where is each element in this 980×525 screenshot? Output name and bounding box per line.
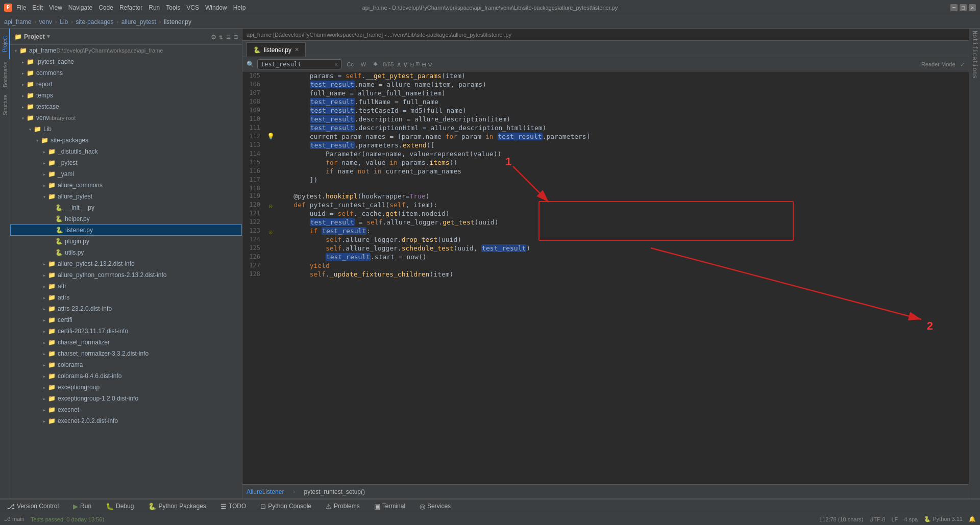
expand-arrow-charset_normalizer[interactable]: ▸ <box>41 340 48 345</box>
tree-item-_yaml[interactable]: ▸📁_yaml <box>10 168 242 180</box>
project-tool-btn[interactable]: Project <box>0 29 10 59</box>
python-packages-btn[interactable]: 🐍 Python Packages <box>145 499 209 513</box>
tree-item-charset_normalizer_dist[interactable]: ▸📁charset_normalizer-3.3.2.dist-info <box>10 348 242 359</box>
search-extra-btn[interactable]: ⊟ <box>422 60 426 68</box>
expand-arrow-execnet_dist[interactable]: ▸ <box>41 418 48 424</box>
tree-item-attrs_dist[interactable]: ▸📁attrs-23.2.0.dist-info <box>10 303 242 314</box>
line-code-119[interactable]: @pytest.hookimpl(hookwrapper=True) <box>276 192 969 201</box>
tab-close-icon[interactable]: ✕ <box>295 46 299 53</box>
tree-item-allure_commons[interactable]: ▸📁allure_commons <box>10 180 242 191</box>
menu-navigate[interactable]: Navigate <box>68 4 92 11</box>
tree-item-execnet[interactable]: ▸📁execnet <box>10 404 242 415</box>
terminal-btn[interactable]: ▣ Terminal <box>371 499 408 513</box>
tree-item-colorama_dist[interactable]: ▸📁colorama-0.4.6.dist-info <box>10 370 242 382</box>
encoding-status[interactable]: UTF-8 <box>869 516 885 522</box>
expand-arrow-commons[interactable]: ▸ <box>19 70 27 76</box>
line-code-121[interactable]: uuid = self._cache.get(item.nodeid) <box>276 209 969 218</box>
search-filter2-btn[interactable]: ▽ <box>428 60 432 68</box>
tree-item-report[interactable]: ▸📁report <box>10 79 242 90</box>
todo-btn[interactable]: ☰ TODO <box>217 499 249 513</box>
tree-item-exceptiongroup_dist[interactable]: ▸📁exceptiongroup-1.2.0.dist-info <box>10 393 242 404</box>
breadcrumb-item-3[interactable]: Lib <box>60 18 68 26</box>
version-control-btn[interactable]: ⎇ Version Control <box>4 499 62 513</box>
expand-arrow-report[interactable]: ▸ <box>19 82 27 87</box>
line-code-105[interactable]: params = self.__get_pytest_params(item) <box>276 71 969 80</box>
tree-item-allure_pytest_dist[interactable]: ▸📁allure_pytest-2.13.2.dist-info <box>10 258 242 269</box>
search-multi-line-btn[interactable]: ⊡ <box>409 60 413 68</box>
menu-window[interactable]: Window <box>205 4 227 11</box>
notifications-status[interactable]: 🔔 <box>969 516 976 522</box>
expand-arrow-attrs_dist[interactable]: ▸ <box>41 306 48 312</box>
expand-arrow-exceptiongroup[interactable]: ▸ <box>41 385 48 390</box>
maximize-button[interactable]: □ <box>960 4 967 11</box>
tree-item-venv[interactable]: ▾📁venv library root <box>10 112 242 123</box>
line-code-114[interactable]: Parameter(name=name, value=represent(val… <box>276 149 969 158</box>
expand-arrow-testcase[interactable]: ▸ <box>19 104 27 110</box>
search-input[interactable] <box>261 61 332 68</box>
line-code-128[interactable]: self._update_fixtures_children(item) <box>276 270 969 279</box>
tree-item-__init__[interactable]: 🐍__init__.py <box>10 202 242 213</box>
line-code-112[interactable]: current_param_names = [param.name for pa… <box>276 132 969 141</box>
tree-item-pytest_cache[interactable]: ▸📁.pytest_cache <box>10 56 242 67</box>
line-code-109[interactable]: test_result.testCaseId = md5(full_name) <box>276 106 969 115</box>
expand-arrow-attrs[interactable]: ▸ <box>41 295 48 301</box>
tree-item-lib[interactable]: ▾📁Lib <box>10 123 242 135</box>
line-code-118[interactable] <box>276 184 969 192</box>
menu-refactor[interactable]: Refactor <box>119 4 142 11</box>
tree-item-utils[interactable]: 🐍utils.py <box>10 247 242 258</box>
breadcrumb-item-6[interactable]: listener.py <box>164 18 191 26</box>
tree-item-plugin[interactable]: 🐍plugin.py <box>10 236 242 247</box>
search-prev-btn[interactable]: ∧ <box>397 60 401 68</box>
expand-arrow-certifi[interactable]: ▸ <box>41 317 48 323</box>
expand-arrow-exceptiongroup_dist[interactable]: ▸ <box>41 396 48 402</box>
expand-arrow-allure_pytest_dist[interactable]: ▸ <box>41 261 48 267</box>
tree-item-execnet_dist[interactable]: ▸📁execnet-2.0.2.dist-info <box>10 415 242 427</box>
line-code-113[interactable]: test_result.parameters.extend([ <box>276 141 969 149</box>
line-code-120[interactable]: def pytest_runtest_call(self, item): <box>276 201 969 209</box>
menu-view[interactable]: View <box>49 4 62 11</box>
menu-vcs[interactable]: VCS <box>186 4 199 11</box>
tree-item-allure_python_commons_dist[interactable]: ▸📁allure_python_commons-2.13.2.dist-info <box>10 269 242 281</box>
expand-arrow-temps[interactable]: ▸ <box>19 93 27 98</box>
services-btn[interactable]: ◎ Services <box>416 499 454 513</box>
structure-tool-btn[interactable]: Structure <box>0 90 10 120</box>
python-console-btn[interactable]: ⊡ Python Console <box>257 499 314 513</box>
bookmarks-tool-btn[interactable]: Bookmarks <box>0 59 10 90</box>
expand-arrow-certifi_dist[interactable]: ▸ <box>41 329 48 334</box>
sidebar-gear-icon[interactable]: ⚙ <box>211 33 215 41</box>
tree-item-helper[interactable]: 🐍helper.py <box>10 213 242 224</box>
editor-tab-listener[interactable]: 🐍 listener.py ✕ <box>247 42 306 57</box>
line-code-124[interactable]: self.allure_logger.drop_test(uuid) <box>276 235 969 244</box>
tree-item-_distutils_hack[interactable]: ▸📁_distutils_hack <box>10 146 242 157</box>
problems-btn[interactable]: ⚠ Problems <box>323 499 363 513</box>
close-button[interactable]: ✕ <box>969 4 976 11</box>
breadcrumb-item-1[interactable]: api_frame <box>4 18 31 26</box>
minimize-button[interactable]: ─ <box>950 4 958 11</box>
line-col-status[interactable]: 112:78 (10 chars) <box>819 516 863 522</box>
line-code-116[interactable]: if name not in current_param_names <box>276 167 969 176</box>
menu-help[interactable]: Help <box>233 4 246 11</box>
reader-mode-btn[interactable]: Reader Mode <box>919 60 958 68</box>
bottom-tab-pytest-setup[interactable]: pytest_runtest_setup() <box>304 488 365 495</box>
expand-arrow-api_frame[interactable]: ▾ <box>12 48 19 54</box>
line-code-115[interactable]: for name, value in params.items() <box>276 158 969 167</box>
search-match-word-btn[interactable]: W <box>359 60 368 68</box>
line-code-111[interactable]: test_result.descriptionHtml = allure_des… <box>276 123 969 132</box>
expand-arrow-colorama_dist[interactable]: ▸ <box>41 373 48 379</box>
tree-item-commons[interactable]: ▸📁commons <box>10 67 242 79</box>
expand-arrow-_distutils_hack[interactable]: ▸ <box>41 149 48 155</box>
expand-arrow-allure_commons[interactable]: ▸ <box>41 183 48 188</box>
expand-arrow-colorama[interactable]: ▸ <box>41 362 48 368</box>
sidebar-settings-icon[interactable]: ⊟ <box>234 33 238 41</box>
code-editor[interactable]: 105 params = self.__get_pytest_params(it… <box>242 71 969 484</box>
tree-item-charset_normalizer[interactable]: ▸📁charset_normalizer <box>10 337 242 348</box>
menu-file[interactable]: File <box>16 4 26 11</box>
tree-item-api_frame[interactable]: ▾📁api_frame D:\develop\PyCharm\workspace… <box>10 45 242 56</box>
expand-arrow-pytest_cache[interactable]: ▸ <box>19 59 27 65</box>
tree-item-certifi[interactable]: ▸📁certifi <box>10 314 242 326</box>
breadcrumb-item-4[interactable]: site-packages <box>76 18 113 26</box>
search-regex-btn[interactable]: ✱ <box>371 60 380 68</box>
tree-item-testcase[interactable]: ▸📁testcase <box>10 101 242 112</box>
tree-item-exceptiongroup[interactable]: ▸📁exceptiongroup <box>10 382 242 393</box>
tree-item-attrs[interactable]: ▸📁attrs <box>10 292 242 303</box>
